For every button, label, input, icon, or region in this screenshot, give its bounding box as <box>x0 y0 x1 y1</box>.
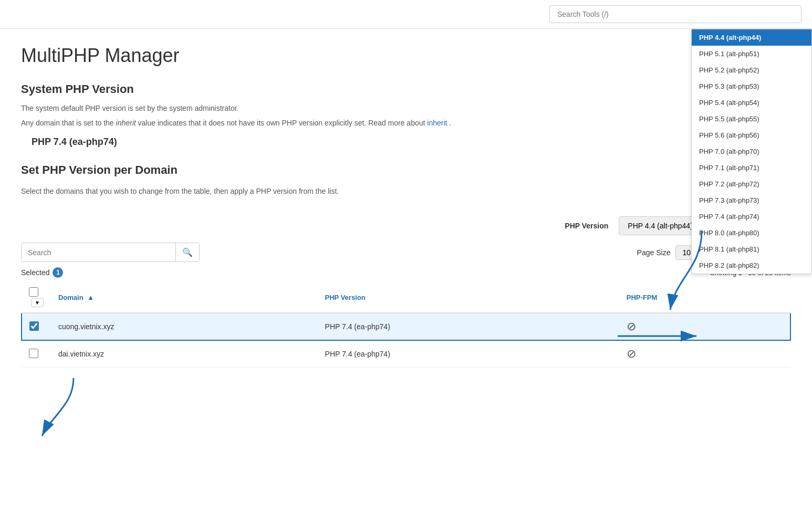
current-php-version: PHP 7.4 (ea-php74) <box>32 137 567 148</box>
dropdown-item[interactable]: PHP 7.1 (alt-php71) <box>692 160 811 176</box>
header-php-fpm-label: PHP-FPM <box>627 294 658 301</box>
table-row: cuong.vietnix.xyzPHP 7.4 (ea-php74)⊘ <box>22 313 790 340</box>
table-section: 🔍 Page Size 102550100 << < > >> Selected… <box>0 243 812 368</box>
table-search-input[interactable] <box>22 244 175 261</box>
system-php-desc1: The system default PHP version is set by… <box>21 102 567 114</box>
header-domain-label: Domain <box>58 294 84 301</box>
dropdown-item[interactable]: PHP 5.1 (alt-php51) <box>692 46 811 62</box>
system-php-desc2: Any domain that is set to the inherit va… <box>21 117 567 129</box>
selected-label: Selected 1 <box>21 267 63 278</box>
dropdown-item[interactable]: PHP 7.2 (alt-php72) <box>692 176 811 192</box>
page-wrapper: PHP 4.4 (alt-php44)PHP 5.1 (alt-php51)PH… <box>0 0 812 523</box>
php-version-list: PHP 4.4 (alt-php44)PHP 5.1 (alt-php51)PH… <box>692 29 811 274</box>
header-php-version-label: PHP Version <box>325 294 366 301</box>
row-php-version: PHP 7.4 (ea-php74) <box>318 340 619 368</box>
set-php-section-title: Set PHP Version per Domain <box>21 163 567 177</box>
table-body: cuong.vietnix.xyzPHP 7.4 (ea-php74)⊘dai.… <box>22 313 790 368</box>
dropdown-item[interactable]: PHP 5.4 (alt-php54) <box>692 95 811 111</box>
dropdown-item[interactable]: PHP 8.2 (alt-php82) <box>692 257 811 274</box>
page-title: MultiPHP Manager <box>21 45 567 67</box>
data-table: ▼ Domain ▲ PHP Version PHP-FPM cuong.vie… <box>21 282 791 368</box>
row-php-fpm: ⊘ <box>619 313 790 340</box>
table-search-box: 🔍 <box>21 243 200 262</box>
php-version-label: PHP Version <box>565 222 608 230</box>
desc2-prefix: Any domain that is set to the <box>21 119 116 127</box>
selected-text: Selected <box>21 268 49 277</box>
php-version-apply-row: PHP Version PHP 4.4 (alt-php44)PHP 5.1 (… <box>0 216 812 235</box>
desc2-suffix: value indicates that it does not have it… <box>138 119 428 127</box>
dropdown-item[interactable]: PHP 8.1 (alt-php81) <box>692 241 811 257</box>
header-domain[interactable]: Domain ▲ <box>51 282 318 313</box>
row-php-fpm: ⊘ <box>619 340 790 368</box>
set-php-desc: Select the domains that you wish to chan… <box>21 185 567 197</box>
top-bar: PHP 4.4 (alt-php44)PHP 5.1 (alt-php51)PH… <box>0 0 812 29</box>
row-checkbox[interactable] <box>29 321 39 331</box>
dropdown-item[interactable]: PHP 4.4 (alt-php44) <box>692 29 811 46</box>
row-checkbox[interactable] <box>29 349 38 358</box>
main-content: MultiPHP Manager System PHP Version The … <box>0 29 588 216</box>
system-php-section-title: System PHP Version <box>21 82 567 96</box>
table-toolbar: 🔍 Page Size 102550100 << < > >> <box>21 243 791 262</box>
sort-icon-domain: ▲ <box>87 294 94 301</box>
checkbox-dropdown-button[interactable]: ▼ <box>31 298 44 307</box>
table-header: ▼ Domain ▲ PHP Version PHP-FPM <box>22 282 790 313</box>
dropdown-item[interactable]: PHP 8.0 (alt-php80) <box>692 225 811 241</box>
desc2-italic: inherit <box>116 119 136 127</box>
header-php-version[interactable]: PHP Version <box>318 282 619 313</box>
inherit-link[interactable]: inherit <box>427 119 447 127</box>
header-php-fpm[interactable]: PHP-FPM <box>619 282 790 313</box>
row-domain: dai.vietnix.xyz <box>51 340 318 368</box>
dropdown-item[interactable]: PHP 7.4 (alt-php74) <box>692 208 811 225</box>
dropdown-item[interactable]: PHP 5.2 (alt-php52) <box>692 62 811 78</box>
search-tools-input[interactable] <box>549 5 801 23</box>
dropdown-item[interactable]: PHP 5.6 (alt-php56) <box>692 127 811 143</box>
arrow-to-checkbox <box>32 373 95 446</box>
php-version-dropdown: PHP 4.4 (alt-php44)PHP 5.1 (alt-php51)PH… <box>691 29 812 274</box>
selected-badge: 1 <box>53 267 63 278</box>
row-php-version: PHP 7.4 (ea-php74) <box>318 313 619 340</box>
select-all-checkbox[interactable] <box>29 287 38 297</box>
page-size-label: Page Size <box>637 248 671 257</box>
dropdown-item[interactable]: PHP 7.0 (alt-php70) <box>692 143 811 160</box>
dropdown-item[interactable]: PHP 5.5 (alt-php55) <box>692 111 811 127</box>
table-row: dai.vietnix.xyzPHP 7.4 (ea-php74)⊘ <box>22 340 790 368</box>
dropdown-item[interactable]: PHP 5.3 (alt-php53) <box>692 78 811 95</box>
table-search-button[interactable]: 🔍 <box>175 243 199 262</box>
desc2-end: . <box>449 119 451 127</box>
selected-row: Selected 1 Showing 1 - 10 of 25 items <box>21 267 791 278</box>
header-checkbox-cell: ▼ <box>22 282 51 313</box>
row-domain: cuong.vietnix.xyz <box>51 313 318 340</box>
dropdown-item[interactable]: PHP 7.3 (alt-php73) <box>692 192 811 208</box>
